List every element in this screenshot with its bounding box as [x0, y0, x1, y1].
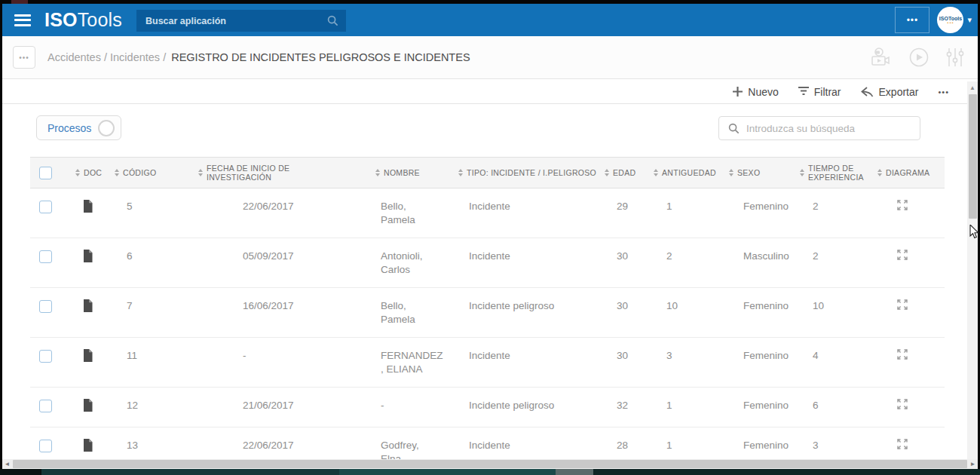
document-icon[interactable]	[83, 250, 93, 262]
chevron-down-icon[interactable]: ▾	[967, 15, 972, 25]
top-navbar: ISOTools ••• ISOTools ••• ▾	[2, 4, 978, 36]
filter-button-label: Filtrar	[814, 86, 841, 98]
sort-icon[interactable]	[75, 169, 80, 176]
column-header[interactable]: SEXO	[726, 168, 794, 177]
window-edge-artifact	[11, 0, 28, 4]
row-select-cell	[30, 388, 69, 427]
table-row[interactable]: 11 - FERNANDEZ , ELIANA Incidente 30 3 F…	[30, 338, 945, 388]
sort-icon[interactable]	[800, 169, 804, 176]
cell-edad: 30	[602, 238, 651, 287]
table-row[interactable]: 13 22/06/2017 Godfrey, Elna Incidente 28…	[30, 428, 945, 459]
cell-nombre: Godfrey, Elna	[369, 428, 458, 459]
cell-codigo: 12	[112, 388, 192, 427]
filter-button[interactable]: Filtrar	[798, 86, 841, 98]
cell-sexo: Femenino	[726, 288, 794, 337]
cell-experiencia: 2	[794, 238, 873, 287]
document-icon[interactable]	[83, 299, 93, 312]
toolbar-more-button[interactable]: •••	[938, 87, 949, 97]
document-icon[interactable]	[83, 349, 93, 362]
cell-sexo: Femenino	[726, 188, 794, 238]
sliders-icon[interactable]	[946, 47, 964, 68]
cell-codigo: 13	[112, 428, 192, 459]
procesos-toggle[interactable]: Procesos	[36, 115, 121, 140]
expand-diagram-icon[interactable]	[897, 439, 908, 449]
sort-icon[interactable]	[729, 169, 733, 176]
sort-icon[interactable]	[375, 169, 380, 176]
breadcrumb-more-button[interactable]: •••	[13, 46, 35, 69]
scroll-up-arrow-icon[interactable]: ▲	[967, 83, 978, 93]
expand-diagram-icon[interactable]	[897, 399, 908, 409]
table-row[interactable]: 5 22/06/2017 Bello, Pamela Incidente 29 …	[30, 188, 945, 238]
column-header[interactable]: NOMBRE	[369, 168, 458, 177]
diagrama-cell	[873, 288, 945, 337]
document-icon[interactable]	[83, 439, 93, 452]
column-header[interactable]: EDAD	[602, 168, 651, 177]
column-header[interactable]: TIPO: INCIDENTE / I.PELIGROSO	[458, 168, 602, 177]
vertical-scrollbar[interactable]: ▲ ▼	[967, 81, 978, 469]
cell-fecha: 16/06/2017	[192, 288, 369, 337]
hamburger-menu-icon[interactable]	[14, 14, 31, 26]
sort-icon[interactable]	[115, 169, 119, 176]
export-arrow-icon	[861, 87, 874, 97]
expand-diagram-icon[interactable]	[897, 250, 908, 260]
cell-nombre: FERNANDEZ , ELIANA	[369, 338, 458, 387]
column-header-label: SEXO	[737, 168, 760, 177]
row-checkbox[interactable]	[39, 201, 52, 213]
document-icon[interactable]	[83, 200, 93, 213]
row-checkbox[interactable]	[39, 440, 52, 452]
column-header[interactable]: FECHA DE INICIO DE INVESTIGACIÓN	[192, 164, 369, 182]
cell-edad: 28	[602, 428, 651, 459]
play-circle-icon[interactable]	[908, 47, 929, 68]
document-icon[interactable]	[83, 399, 93, 412]
horizontal-scrollbar[interactable]: ◄ ►	[2, 459, 978, 469]
sort-icon[interactable]	[458, 169, 463, 176]
sort-icon[interactable]	[198, 169, 203, 176]
vertical-scrollbar-thumb[interactable]	[969, 94, 977, 219]
breadcrumb[interactable]: Accidentes / Incidentes /	[47, 51, 166, 63]
column-header[interactable]: CÓDIGO	[112, 168, 192, 177]
cell-tipo: Incidente	[458, 238, 602, 287]
cell-experiencia: 10	[794, 288, 873, 337]
table-search-input[interactable]	[746, 123, 912, 134]
column-header-label: DIAGRAMA	[886, 168, 929, 177]
row-checkbox[interactable]	[39, 400, 52, 412]
user-avatar[interactable]: ISOTools •••	[937, 7, 963, 33]
sort-icon[interactable]	[605, 169, 609, 176]
nav-more-button[interactable]: •••	[895, 7, 929, 33]
brand-logo[interactable]: ISOTools	[44, 9, 122, 31]
cell-tipo: Incidente	[458, 188, 602, 238]
diagrama-cell	[873, 388, 945, 427]
table-row[interactable]: 6 05/09/2017 Antonioli, Carlos Incidente…	[30, 238, 945, 288]
column-header[interactable]: TIEMPO DE EXPERIENCIA	[794, 164, 873, 182]
diagrama-cell	[873, 428, 945, 459]
sort-icon[interactable]	[877, 169, 882, 176]
table-row[interactable]: 7 16/06/2017 Bello, Pamela Incidente pel…	[30, 288, 945, 338]
row-checkbox[interactable]	[39, 300, 52, 313]
video-tutorial-icon[interactable]	[869, 47, 892, 68]
search-icon[interactable]	[327, 15, 338, 26]
export-button[interactable]: Exportar	[861, 86, 919, 98]
procesos-toggle-knob[interactable]	[98, 120, 115, 136]
column-header[interactable]: DIAGRAMA	[873, 168, 945, 177]
horizontal-scrollbar-thumb[interactable]	[13, 460, 967, 468]
row-select-cell	[30, 428, 69, 459]
scroll-right-arrow-icon[interactable]: ►	[968, 461, 978, 467]
table-row[interactable]: 12 21/06/2017 - Incidente peligroso 32 1…	[30, 388, 945, 428]
expand-diagram-icon[interactable]	[897, 200, 908, 210]
window-edge-top	[0, 0, 980, 4]
cell-antiguedad: 10	[651, 288, 726, 337]
expand-diagram-icon[interactable]	[897, 299, 908, 310]
expand-diagram-icon[interactable]	[897, 349, 908, 360]
select-all-checkbox[interactable]	[39, 167, 52, 179]
column-header[interactable]: ANTIGUEDAD	[651, 168, 726, 177]
column-header[interactable]: DOC	[69, 168, 112, 177]
sort-icon[interactable]	[654, 169, 658, 176]
scroll-left-arrow-icon[interactable]: ◄	[2, 461, 12, 467]
cell-experiencia: 2	[794, 188, 873, 238]
row-checkbox[interactable]	[39, 350, 52, 363]
new-button[interactable]: Nuevo	[733, 86, 778, 98]
doc-cell	[69, 428, 112, 459]
cell-sexo: Femenino	[726, 428, 794, 459]
row-checkbox[interactable]	[39, 250, 52, 263]
app-search-input[interactable]	[136, 16, 327, 26]
